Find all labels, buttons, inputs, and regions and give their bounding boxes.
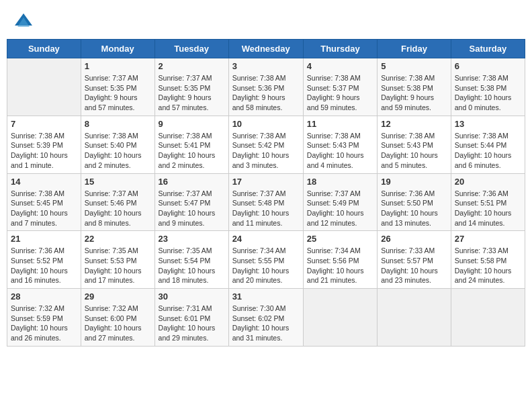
weekday-header: Wednesday bbox=[228, 40, 303, 58]
day-info: Sunrise: 7:37 AMSunset: 5:46 PMDaylight:… bbox=[85, 189, 151, 228]
calendar-week-row: 1Sunrise: 7:37 AMSunset: 5:35 PMDaylight… bbox=[7, 58, 525, 116]
day-info: Sunrise: 7:33 AMSunset: 5:58 PMDaylight:… bbox=[455, 246, 521, 285]
calendar-week-row: 21Sunrise: 7:36 AMSunset: 5:52 PMDayligh… bbox=[7, 231, 525, 289]
day-number: 17 bbox=[232, 177, 300, 187]
day-info: Sunrise: 7:37 AMSunset: 5:47 PMDaylight:… bbox=[159, 189, 225, 228]
page-header bbox=[7, 7, 525, 36]
calendar-cell: 28Sunrise: 7:32 AMSunset: 5:59 PMDayligh… bbox=[7, 289, 81, 347]
day-number: 10 bbox=[232, 119, 300, 129]
calendar-cell: 12Sunrise: 7:38 AMSunset: 5:43 PMDayligh… bbox=[378, 116, 451, 173]
day-number: 9 bbox=[159, 119, 225, 129]
day-info: Sunrise: 7:34 AMSunset: 5:56 PMDaylight:… bbox=[307, 246, 373, 285]
day-number: 1 bbox=[85, 61, 151, 71]
logo bbox=[13, 12, 36, 32]
day-info: Sunrise: 7:36 AMSunset: 5:50 PMDaylight:… bbox=[381, 189, 447, 228]
day-info: Sunrise: 7:32 AMSunset: 5:59 PMDaylight:… bbox=[11, 304, 77, 343]
day-number: 11 bbox=[307, 119, 373, 129]
day-number: 21 bbox=[11, 234, 77, 244]
day-number: 29 bbox=[85, 291, 151, 302]
day-number: 28 bbox=[11, 291, 77, 302]
day-info: Sunrise: 7:33 AMSunset: 5:57 PMDaylight:… bbox=[381, 246, 447, 285]
day-info: Sunrise: 7:38 AMSunset: 5:43 PMDaylight:… bbox=[307, 131, 373, 171]
day-info: Sunrise: 7:35 AMSunset: 5:53 PMDaylight:… bbox=[85, 246, 151, 285]
day-number: 2 bbox=[159, 61, 225, 71]
calendar-cell: 20Sunrise: 7:36 AMSunset: 5:51 PMDayligh… bbox=[451, 173, 525, 231]
day-number: 24 bbox=[232, 234, 300, 244]
calendar-week-row: 28Sunrise: 7:32 AMSunset: 5:59 PMDayligh… bbox=[7, 289, 525, 347]
calendar-table: SundayMondayTuesdayWednesdayThursdayFrid… bbox=[7, 39, 525, 347]
day-info: Sunrise: 7:37 AMSunset: 5:48 PMDaylight:… bbox=[232, 189, 300, 228]
day-info: Sunrise: 7:38 AMSunset: 5:38 PMDaylight:… bbox=[455, 73, 521, 113]
day-number: 30 bbox=[159, 291, 225, 302]
weekday-header: Saturday bbox=[451, 40, 525, 58]
day-number: 26 bbox=[381, 234, 447, 244]
calendar-cell: 7Sunrise: 7:38 AMSunset: 5:39 PMDaylight… bbox=[7, 116, 81, 173]
calendar-cell bbox=[378, 289, 451, 347]
day-info: Sunrise: 7:38 AMSunset: 5:43 PMDaylight:… bbox=[381, 131, 447, 171]
calendar-week-row: 14Sunrise: 7:38 AMSunset: 5:45 PMDayligh… bbox=[7, 173, 525, 231]
day-info: Sunrise: 7:38 AMSunset: 5:37 PMDaylight:… bbox=[307, 73, 373, 113]
day-number: 14 bbox=[11, 177, 77, 187]
calendar-week-row: 7Sunrise: 7:38 AMSunset: 5:39 PMDaylight… bbox=[7, 116, 525, 173]
day-number: 8 bbox=[85, 119, 151, 129]
day-info: Sunrise: 7:37 AMSunset: 5:35 PMDaylight:… bbox=[159, 73, 225, 113]
calendar-cell: 25Sunrise: 7:34 AMSunset: 5:56 PMDayligh… bbox=[303, 231, 377, 289]
day-info: Sunrise: 7:38 AMSunset: 5:36 PMDaylight:… bbox=[232, 73, 300, 113]
calendar-cell: 9Sunrise: 7:38 AMSunset: 5:41 PMDaylight… bbox=[154, 116, 228, 173]
day-info: Sunrise: 7:35 AMSunset: 5:54 PMDaylight:… bbox=[159, 246, 225, 285]
day-info: Sunrise: 7:38 AMSunset: 5:41 PMDaylight:… bbox=[159, 131, 225, 171]
day-info: Sunrise: 7:30 AMSunset: 6:02 PMDaylight:… bbox=[232, 304, 300, 343]
day-number: 19 bbox=[381, 177, 447, 187]
day-number: 16 bbox=[159, 177, 225, 187]
calendar-cell: 26Sunrise: 7:33 AMSunset: 5:57 PMDayligh… bbox=[378, 231, 451, 289]
weekday-header: Sunday bbox=[7, 40, 81, 58]
day-number: 20 bbox=[455, 177, 521, 187]
calendar-cell: 22Sunrise: 7:35 AMSunset: 5:53 PMDayligh… bbox=[81, 231, 154, 289]
day-info: Sunrise: 7:38 AMSunset: 5:45 PMDaylight:… bbox=[11, 189, 77, 228]
day-info: Sunrise: 7:36 AMSunset: 5:52 PMDaylight:… bbox=[11, 246, 77, 285]
day-number: 7 bbox=[11, 119, 77, 129]
day-info: Sunrise: 7:38 AMSunset: 5:39 PMDaylight:… bbox=[11, 131, 77, 171]
weekday-header: Thursday bbox=[303, 40, 377, 58]
weekday-row: SundayMondayTuesdayWednesdayThursdayFrid… bbox=[7, 40, 525, 58]
day-info: Sunrise: 7:36 AMSunset: 5:51 PMDaylight:… bbox=[455, 189, 521, 228]
day-info: Sunrise: 7:31 AMSunset: 6:01 PMDaylight:… bbox=[159, 304, 225, 343]
calendar-cell: 16Sunrise: 7:37 AMSunset: 5:47 PMDayligh… bbox=[154, 173, 228, 231]
calendar-cell: 11Sunrise: 7:38 AMSunset: 5:43 PMDayligh… bbox=[303, 116, 377, 173]
calendar-cell: 23Sunrise: 7:35 AMSunset: 5:54 PMDayligh… bbox=[154, 231, 228, 289]
day-number: 25 bbox=[307, 234, 373, 244]
calendar-cell: 19Sunrise: 7:36 AMSunset: 5:50 PMDayligh… bbox=[378, 173, 451, 231]
day-number: 23 bbox=[159, 234, 225, 244]
day-number: 3 bbox=[232, 61, 300, 71]
calendar-cell: 21Sunrise: 7:36 AMSunset: 5:52 PMDayligh… bbox=[7, 231, 81, 289]
calendar-cell bbox=[7, 58, 81, 116]
calendar-cell: 6Sunrise: 7:38 AMSunset: 5:38 PMDaylight… bbox=[451, 58, 525, 116]
calendar-cell: 30Sunrise: 7:31 AMSunset: 6:01 PMDayligh… bbox=[154, 289, 228, 347]
calendar-body: 1Sunrise: 7:37 AMSunset: 5:35 PMDaylight… bbox=[7, 58, 525, 347]
calendar-cell bbox=[303, 289, 377, 347]
day-info: Sunrise: 7:38 AMSunset: 5:42 PMDaylight:… bbox=[232, 131, 300, 171]
calendar-cell: 5Sunrise: 7:38 AMSunset: 5:38 PMDaylight… bbox=[378, 58, 451, 116]
calendar-cell: 14Sunrise: 7:38 AMSunset: 5:45 PMDayligh… bbox=[7, 173, 81, 231]
day-number: 6 bbox=[455, 61, 521, 71]
weekday-header: Monday bbox=[81, 40, 154, 58]
calendar-cell: 4Sunrise: 7:38 AMSunset: 5:37 PMDaylight… bbox=[303, 58, 377, 116]
day-number: 15 bbox=[85, 177, 151, 187]
calendar-cell: 2Sunrise: 7:37 AMSunset: 5:35 PMDaylight… bbox=[154, 58, 228, 116]
calendar-cell: 10Sunrise: 7:38 AMSunset: 5:42 PMDayligh… bbox=[228, 116, 303, 173]
calendar-cell: 3Sunrise: 7:38 AMSunset: 5:36 PMDaylight… bbox=[228, 58, 303, 116]
logo-icon bbox=[13, 12, 34, 32]
day-info: Sunrise: 7:34 AMSunset: 5:55 PMDaylight:… bbox=[232, 246, 300, 285]
day-number: 27 bbox=[455, 234, 521, 244]
weekday-header: Tuesday bbox=[154, 40, 228, 58]
calendar-cell bbox=[451, 289, 525, 347]
day-number: 5 bbox=[381, 61, 447, 71]
calendar-cell: 13Sunrise: 7:38 AMSunset: 5:44 PMDayligh… bbox=[451, 116, 525, 173]
day-number: 13 bbox=[455, 119, 521, 129]
day-info: Sunrise: 7:37 AMSunset: 5:49 PMDaylight:… bbox=[307, 189, 373, 228]
calendar-cell: 8Sunrise: 7:38 AMSunset: 5:40 PMDaylight… bbox=[81, 116, 154, 173]
day-info: Sunrise: 7:37 AMSunset: 5:35 PMDaylight:… bbox=[85, 73, 151, 113]
calendar-cell: 29Sunrise: 7:32 AMSunset: 6:00 PMDayligh… bbox=[81, 289, 154, 347]
day-info: Sunrise: 7:38 AMSunset: 5:38 PMDaylight:… bbox=[381, 73, 447, 113]
day-info: Sunrise: 7:38 AMSunset: 5:44 PMDaylight:… bbox=[455, 131, 521, 171]
